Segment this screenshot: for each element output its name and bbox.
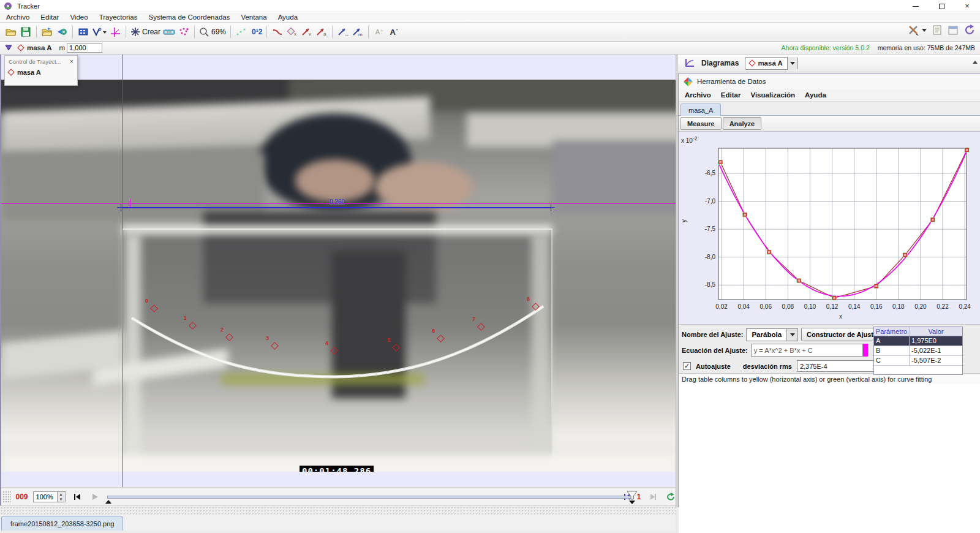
video-frame[interactable]: 00:01:48.286 [1, 80, 676, 472]
multiply-vectors-button[interactable]: m [350, 25, 365, 39]
import-data-button[interactable] [55, 25, 69, 39]
y-axis-label: y [680, 219, 687, 222]
calibration-end-left[interactable] [117, 203, 125, 211]
track-control-title: Control de Trayect... [9, 58, 61, 65]
player-zoom-input[interactable] [33, 491, 58, 502]
fit-chart[interactable]: 0,020,040,060,080,100,120,140,160,180,20… [679, 132, 980, 324]
maximize-view-icon[interactable] [948, 26, 958, 35]
create-track-button[interactable]: Crear [129, 25, 162, 39]
zoom-up-icon[interactable]: ▲ [58, 492, 65, 497]
menu-archivo[interactable]: Archivo [6, 13, 29, 21]
dt-menu-ayuda[interactable]: Ayuda [805, 91, 826, 99]
stretch-vectors-button[interactable]: ↔ [336, 25, 350, 39]
coordinate-axis-y[interactable] [122, 55, 123, 487]
in-point-marker[interactable] [105, 500, 111, 504]
zoom-button[interactable]: 69% [198, 25, 227, 39]
zoom-down-icon[interactable]: ▼ [58, 497, 65, 502]
player-grip-handle[interactable] [2, 491, 11, 503]
timeline-thumb[interactable] [627, 491, 638, 506]
position-button[interactable]: x [285, 25, 300, 39]
menu-ventana[interactable]: Ventana [241, 13, 266, 21]
step-forward-button[interactable] [647, 491, 658, 503]
param-row-b[interactable]: B -5,022E-1 [874, 346, 962, 356]
measure-button[interactable]: Measure [680, 117, 722, 130]
acceleration-arrow-icon: a [315, 27, 328, 37]
track-visibility-button[interactable] [91, 25, 108, 39]
dt-menu-editar[interactable]: Editar [721, 91, 741, 99]
clip-settings-button[interactable] [76, 25, 91, 39]
fit-equation-field[interactable]: y = A*x^2 + B*x + C [751, 344, 863, 357]
calibration-stick[interactable] [121, 207, 551, 208]
font-smaller-button[interactable]: A⁺ [372, 25, 386, 39]
param-row-a[interactable]: A 1,975E0 [874, 336, 962, 346]
version-notice[interactable]: Ahora disponible: versión 5.0.2 [782, 44, 870, 51]
autofit-checkbox[interactable]: ✓ [683, 362, 691, 370]
calibration-end-right[interactable] [547, 203, 555, 211]
svg-text:0,20: 0,20 [914, 303, 927, 310]
param-header-value[interactable]: Valor [910, 327, 962, 336]
bottom-tab-bar: frame20150812_203658-3250.png [0, 515, 676, 531]
horizontal-splitter[interactable] [0, 505, 676, 515]
panel-collapse-arrow-icon[interactable] [973, 61, 978, 64]
menu-video[interactable]: Video [70, 13, 88, 21]
fit-dropdown-arrow-icon[interactable] [786, 329, 797, 341]
trails-button[interactable] [234, 25, 249, 39]
maximize-button[interactable] [929, 0, 954, 12]
video-timestamp: 00:01:48.286 [300, 466, 374, 472]
fit-name-dropdown[interactable]: Parábola [746, 328, 798, 341]
menu-ayuda[interactable]: Ayuda [278, 13, 298, 21]
data-tool-tab-masa-a[interactable]: masa_A [680, 104, 721, 116]
acceleration-button[interactable]: a [314, 25, 329, 39]
zoom-level-label: 69% [211, 28, 226, 36]
track-control-panel[interactable]: Control de Trayect... × masa A [4, 55, 78, 86]
title-bar: Tracker × [0, 0, 980, 12]
tools-menu-button[interactable] [908, 25, 927, 36]
loop-button[interactable] [665, 491, 676, 503]
timeline-track[interactable] [107, 496, 634, 499]
close-button[interactable]: × [954, 0, 980, 12]
param-header-name[interactable]: Parámetro [874, 327, 910, 336]
reset-to-start-button[interactable] [72, 491, 83, 503]
notes-icon[interactable] [933, 25, 942, 35]
calibration-tools-button[interactable] [162, 25, 176, 39]
data-tool-icon [684, 77, 693, 86]
data-tool-window: Herramienta de Datos Archivo Editar Visu… [678, 74, 980, 507]
track-menu-triangle-icon[interactable] [5, 45, 12, 51]
track-name-label[interactable]: masa A [27, 44, 52, 51]
menu-editar[interactable]: Editar [40, 13, 59, 21]
refresh-icon[interactable] [964, 25, 975, 36]
svg-text:x: x [294, 31, 296, 37]
analyze-button[interactable]: Analyze [723, 117, 762, 130]
dt-menu-archivo[interactable]: Archivo [685, 91, 711, 99]
mass-input[interactable] [67, 43, 102, 53]
track-control-close-icon[interactable]: × [70, 58, 74, 65]
video-viewer: 00:01:48.286 0,260 012345678 Control de … [0, 55, 676, 505]
timeline-slider[interactable] [107, 491, 615, 503]
menu-trayectorias[interactable]: Trayectorias [99, 13, 138, 21]
file-tab[interactable]: frame20150812_203658-3250.png [1, 516, 123, 531]
track-control-item-masa-a[interactable]: masa A [5, 66, 77, 78]
track-diamond-icon [749, 59, 756, 66]
open-file-button[interactable] [4, 25, 18, 39]
trail-curve-button[interactable] [270, 25, 285, 39]
plot-track-selector[interactable]: masa A [745, 57, 798, 70]
calibration-points-button[interactable] [176, 25, 191, 39]
dt-menu-visualizacion[interactable]: Visualización [750, 91, 795, 99]
open-video-button[interactable] [40, 25, 55, 39]
fit-color-swatch[interactable] [863, 344, 868, 357]
play-button[interactable] [89, 491, 101, 503]
plot-track-selector-arrow[interactable] [787, 57, 797, 70]
font-bigger-button[interactable]: A˙ [386, 25, 401, 39]
save-button[interactable] [18, 25, 33, 39]
wrench-pencil-icon [908, 25, 920, 36]
fit-controls-panel: Nombre del Ajuste: Parábola Constructor … [679, 324, 980, 373]
minimize-button[interactable] [903, 0, 929, 12]
track-diamond-icon [7, 69, 14, 75]
velocity-button[interactable]: v [300, 25, 314, 39]
player-zoom-spinner[interactable]: ▲▼ [33, 491, 66, 502]
axes-button[interactable] [108, 25, 123, 39]
calibration-length-label[interactable]: 0,260 [330, 198, 345, 205]
notation-button[interactable]: 0¹2 [249, 25, 263, 39]
menu-sistema-coordenadas[interactable]: Systema de Coordenadas [148, 13, 230, 21]
param-row-c[interactable]: C -5,507E-2 [874, 356, 962, 366]
